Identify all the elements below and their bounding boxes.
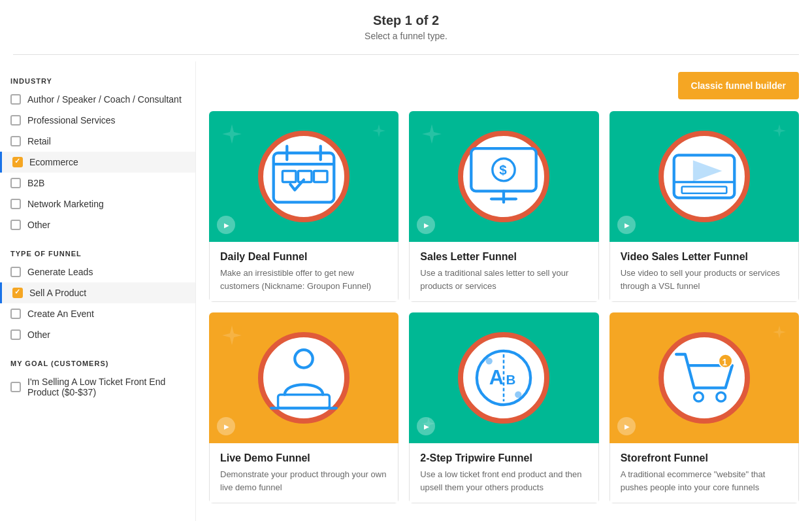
- play-button-4[interactable]: [217, 417, 235, 435]
- ab-test-icon: A B: [464, 339, 543, 417]
- type-section-title: TYPE OF FUNNEL: [0, 244, 195, 261]
- svg-marker-20: [222, 326, 242, 345]
- sidebar-item-retail[interactable]: Retail: [0, 131, 195, 152]
- svg-rect-8: [314, 171, 328, 182]
- sidebar-item-professional[interactable]: Professional Services: [0, 110, 195, 131]
- sidebar-label-network-marketing: Network Marketing: [27, 199, 104, 209]
- icon-ring-sales-letter: $: [458, 131, 549, 222]
- sidebar-item-other-industry[interactable]: Other: [0, 214, 195, 235]
- svg-marker-17: [694, 162, 719, 180]
- dollar-monitor-icon: $: [464, 137, 543, 216]
- funnel-desc-storefront: A traditional ecommerce "website" that p…: [621, 468, 788, 494]
- checkbox-retail[interactable]: [10, 136, 21, 146]
- funnel-card-bottom-tripwire: 2-Step Tripwire Funnel Use a low ticket …: [409, 443, 598, 503]
- calendar-check-icon: [265, 137, 343, 216]
- funnel-card-daily-deal[interactable]: Daily Deal Funnel Make an irresistible o…: [209, 111, 398, 302]
- svg-point-32: [694, 392, 703, 401]
- sidebar-item-create-event[interactable]: Create An Event: [0, 303, 195, 324]
- sidebar-item-network-marketing[interactable]: Network Marketing: [0, 193, 195, 214]
- funnel-card-tripwire[interactable]: A B 2-Step Tripwire Funnel Use a low tic…: [409, 312, 598, 503]
- content-area: Classic funnel builder: [196, 61, 812, 521]
- funnel-card-video-sales-letter[interactable]: Video Sales Letter Funnel Use video to s…: [609, 111, 799, 302]
- icon-inner-tripwire: A B: [464, 339, 543, 417]
- funnel-desc-tripwire: Use a low ticket front end product and t…: [420, 468, 587, 494]
- header-divider: [13, 54, 799, 55]
- sidebar-label-author: Author / Speaker / Coach / Consultant: [27, 94, 182, 105]
- sidebar-item-low-ticket[interactable]: I'm Selling A Low Ticket Front End Produ…: [0, 371, 195, 403]
- play-button-2[interactable]: [417, 216, 435, 234]
- funnel-card-bottom-vsl: Video Sales Letter Funnel Use video to s…: [609, 242, 799, 302]
- checkbox-low-ticket[interactable]: [10, 382, 21, 392]
- funnel-desc-sales-letter: Use a traditional sales letter to sell y…: [420, 267, 587, 292]
- icon-inner-storefront: 1: [665, 339, 743, 417]
- funnel-card-top-tripwire: A B: [409, 312, 598, 443]
- checkbox-professional[interactable]: [10, 115, 21, 126]
- sidebar-label-low-ticket: I'm Selling A Low Ticket Front End Produ…: [27, 377, 185, 397]
- funnel-card-bottom-live-demo: Live Demo Funnel Demonstrate your produc…: [209, 443, 398, 503]
- checkbox-other-industry[interactable]: [10, 220, 21, 230]
- funnel-card-top-daily-deal: [209, 111, 398, 242]
- sidebar-item-other-type[interactable]: Other: [0, 324, 195, 345]
- checkbox-create-event[interactable]: [10, 309, 21, 319]
- funnel-card-bottom-storefront: Storefront Funnel A traditional ecommerc…: [609, 443, 799, 503]
- funnel-card-live-demo[interactable]: Live Demo Funnel Demonstrate your produc…: [209, 312, 398, 503]
- svg-point-29: [486, 358, 493, 364]
- checkbox-generate-leads[interactable]: [10, 267, 21, 277]
- icon-inner-daily-deal: [265, 137, 343, 216]
- icon-ring-tripwire: A B: [458, 332, 549, 424]
- sparkle-tr-6: [773, 326, 786, 339]
- checkbox-ecommerce[interactable]: [12, 157, 23, 167]
- sidebar-label-retail: Retail: [27, 136, 51, 146]
- industry-section-title: INDUSTRY: [0, 72, 195, 89]
- funnel-card-storefront[interactable]: 1 Storefront Funnel A traditional ecomme…: [609, 312, 799, 503]
- icon-ring-storefront: 1: [658, 332, 750, 424]
- classic-funnel-button[interactable]: Classic funnel builder: [678, 72, 799, 99]
- funnel-card-top-sales-letter: $: [409, 111, 598, 242]
- sidebar-label-professional: Professional Services: [27, 115, 116, 126]
- funnel-title-sales-letter: Sales Letter Funnel: [420, 251, 587, 263]
- checkbox-b2b[interactable]: [10, 178, 21, 188]
- funnel-grid: Daily Deal Funnel Make an irresistible o…: [209, 111, 799, 503]
- sidebar-label-other-type: Other: [27, 329, 50, 340]
- play-button-5[interactable]: [417, 417, 435, 435]
- funnel-card-top-vsl: [609, 111, 799, 242]
- icon-inner-vsl: [665, 137, 743, 216]
- play-button-1[interactable]: [217, 216, 235, 234]
- sidebar-item-generate-leads[interactable]: Generate Leads: [0, 261, 195, 282]
- video-email-icon: [665, 137, 743, 216]
- icon-ring-vsl: [658, 131, 750, 222]
- checkbox-sell-product[interactable]: [12, 288, 23, 298]
- checkbox-author[interactable]: [10, 94, 21, 105]
- checkbox-network-marketing[interactable]: [10, 199, 21, 209]
- svg-marker-0: [222, 124, 242, 144]
- funnel-card-bottom-daily-deal: Daily Deal Funnel Make an irresistible o…: [209, 242, 398, 302]
- step-title: Step 1 of 2: [0, 13, 812, 28]
- sidebar-item-author[interactable]: Author / Speaker / Coach / Consultant: [0, 89, 195, 110]
- sidebar-item-ecommerce[interactable]: Ecommerce: [0, 152, 195, 173]
- svg-point-33: [717, 392, 726, 401]
- svg-marker-31: [773, 326, 786, 339]
- svg-marker-15: [773, 124, 786, 137]
- sidebar-label-sell-product: Sell A Product: [29, 288, 86, 298]
- main-layout: INDUSTRY Author / Speaker / Coach / Cons…: [0, 61, 812, 521]
- svg-rect-22: [278, 395, 330, 409]
- play-button-6[interactable]: [617, 417, 636, 435]
- sidebar-item-b2b[interactable]: B2B: [0, 173, 195, 193]
- sparkle-tl-2: [422, 124, 442, 144]
- icon-ring-live-demo: [258, 332, 349, 424]
- funnel-card-top-storefront: 1: [609, 312, 799, 443]
- sidebar-label-other-industry: Other: [27, 220, 50, 230]
- funnel-desc-daily-deal: Make an irresistible offer to get new cu…: [220, 267, 387, 292]
- funnel-desc-live-demo: Demonstrate your product through your ow…: [220, 468, 387, 494]
- svg-text:B: B: [506, 372, 516, 387]
- funnel-title-live-demo: Live Demo Funnel: [220, 452, 387, 464]
- svg-point-30: [515, 392, 522, 398]
- svg-point-21: [295, 350, 312, 367]
- sidebar-item-sell-product[interactable]: Sell A Product: [0, 282, 195, 303]
- play-button-3[interactable]: [617, 216, 636, 234]
- step-subtitle: Select a funnel type.: [0, 31, 812, 41]
- sidebar: INDUSTRY Author / Speaker / Coach / Cons…: [0, 61, 196, 521]
- checkbox-other-type[interactable]: [10, 329, 21, 340]
- funnel-card-sales-letter[interactable]: $ Sales Letter Funnel Use a traditional …: [409, 111, 598, 302]
- funnel-title-vsl: Video Sales Letter Funnel: [621, 251, 788, 263]
